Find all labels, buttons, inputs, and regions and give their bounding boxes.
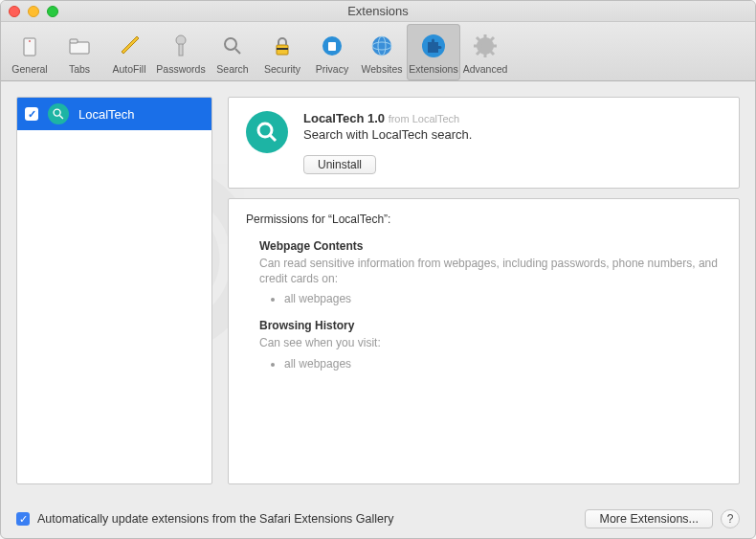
svg-line-28 xyxy=(270,135,276,141)
svg-rect-5 xyxy=(70,42,89,54)
svg-point-9 xyxy=(225,38,236,50)
permission-description: Can read sensitive information from webp… xyxy=(259,256,722,286)
content-area: ✓ LocalTech LocalTech 1.0 from LocalTech… xyxy=(1,81,755,500)
svg-point-25 xyxy=(54,109,60,116)
permission-bullet: all webpages xyxy=(284,357,722,371)
tab-label: Search xyxy=(216,63,248,75)
svg-line-10 xyxy=(235,49,240,54)
more-extensions-button[interactable]: More Extensions... xyxy=(585,509,713,528)
permission-title: Webpage Contents xyxy=(259,239,722,253)
auto-update-label: Automatically update extensions from the… xyxy=(37,512,577,526)
extension-name-version: LocalTech 1.0 xyxy=(303,111,385,125)
permission-description: Can see when you visit: xyxy=(259,335,722,350)
svg-point-4 xyxy=(29,40,31,42)
permissions-heading: Permissions for “LocalTech”: xyxy=(246,213,722,226)
tab-label: Tabs xyxy=(69,63,90,75)
extension-icon xyxy=(48,103,69,124)
extension-icon-large xyxy=(246,111,288,153)
permission-title: Browsing History xyxy=(259,319,722,332)
extension-vendor: from LocalTech xyxy=(389,113,460,124)
tab-websites[interactable]: Websites xyxy=(357,24,407,80)
window-title: Extensions xyxy=(1,4,755,18)
tab-label: Websites xyxy=(362,63,403,75)
preferences-toolbar: General Tabs AutoFill Passwords Search xyxy=(1,22,755,81)
tab-label: Passwords xyxy=(156,63,205,75)
tab-passwords[interactable]: Passwords xyxy=(154,24,208,80)
extension-header-panel: LocalTech 1.0 from LocalTech Search with… xyxy=(228,97,740,189)
tab-tabs[interactable]: Tabs xyxy=(55,24,104,80)
svg-rect-6 xyxy=(70,39,78,43)
auto-update-checkbox[interactable]: ✓ xyxy=(16,512,30,526)
tab-extensions[interactable]: Extensions xyxy=(407,24,460,80)
svg-point-27 xyxy=(258,124,272,137)
titlebar: Extensions xyxy=(1,1,755,22)
tab-label: Extensions xyxy=(409,63,457,75)
tab-label: Advanced xyxy=(463,63,508,75)
lock-icon xyxy=(267,31,298,61)
tab-label: Privacy xyxy=(316,63,348,75)
uninstall-button[interactable]: Uninstall xyxy=(303,155,376,174)
globe-icon xyxy=(367,31,397,61)
svg-line-26 xyxy=(59,115,63,119)
tab-privacy[interactable]: Privacy xyxy=(307,24,357,80)
tab-label: General xyxy=(11,63,47,75)
tab-autofill[interactable]: AutoFill xyxy=(104,24,154,80)
tab-general[interactable]: General xyxy=(5,24,55,80)
privacy-icon xyxy=(317,31,347,61)
tab-label: Security xyxy=(264,63,300,75)
extension-description: Search with LocalTech search. xyxy=(303,127,722,142)
extension-enabled-checkbox[interactable]: ✓ xyxy=(25,107,38,121)
svg-rect-14 xyxy=(328,42,336,51)
svg-point-15 xyxy=(372,36,391,56)
permissions-panel: Permissions for “LocalTech”: Webpage Con… xyxy=(228,198,740,484)
sidebar-item-localtech[interactable]: ✓ LocalTech xyxy=(17,98,211,130)
tab-search[interactable]: Search xyxy=(208,24,257,80)
puzzle-icon xyxy=(418,31,449,61)
search-icon xyxy=(217,31,248,61)
extension-title: LocalTech 1.0 from LocalTech xyxy=(303,111,722,125)
extension-details: LocalTech 1.0 from LocalTech Search with… xyxy=(228,97,740,484)
tab-label: AutoFill xyxy=(112,63,145,75)
svg-rect-12 xyxy=(277,48,288,50)
gear-icon xyxy=(470,31,500,61)
permission-bullet: all webpages xyxy=(284,292,722,305)
tabs-icon xyxy=(64,31,95,61)
general-icon xyxy=(14,31,45,61)
help-button[interactable]: ? xyxy=(721,509,740,528)
permission-block-history: Browsing History Can see when you visit:… xyxy=(259,319,722,370)
permission-block-webpage: Webpage Contents Can read sensitive info… xyxy=(259,239,722,305)
svg-rect-8 xyxy=(179,44,183,56)
extension-name: LocalTech xyxy=(78,107,135,122)
extensions-sidebar: ✓ LocalTech xyxy=(16,97,212,484)
tab-advanced[interactable]: Advanced xyxy=(460,24,510,80)
autofill-icon xyxy=(114,31,145,61)
tab-security[interactable]: Security xyxy=(257,24,307,80)
footer: ✓ Automatically update extensions from t… xyxy=(1,500,755,538)
key-icon xyxy=(166,31,196,61)
